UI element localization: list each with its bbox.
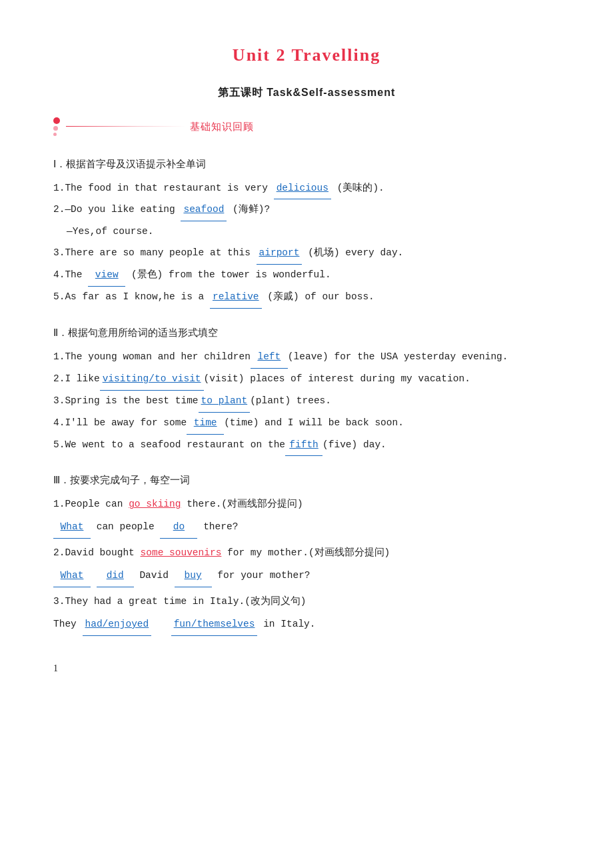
page-title: Unit 2 Travelling <box>53 40 560 71</box>
question-13a: 3.They had a great time in Italy.(改为同义句) <box>53 591 560 613</box>
banner-text: 基础知识回顾 <box>190 117 254 135</box>
banner-line <box>66 126 186 127</box>
section-II-title: Ⅱ．根据句意用所给词的适当形式填空 <box>53 323 560 341</box>
subtitle: 第五课时 Task&Self-assessment <box>53 83 560 103</box>
question-11a: 1.People can go skiing there.(对画线部分提问) <box>53 494 560 515</box>
question-12a: 2.David bought some souvenirs for my mot… <box>53 543 560 564</box>
question-6: 1.The young woman and her childrenleft(l… <box>53 347 560 369</box>
question-4: 4.The view (景色) from the tower is wonder… <box>53 265 560 287</box>
question-12b: What did David buy for your mother? <box>53 565 560 587</box>
banner-dots <box>53 117 60 136</box>
question-10: 5.We went to a seafood restaurant on the… <box>53 435 560 457</box>
section-banner: 基础知识回顾 <box>53 117 560 136</box>
question-8: 3.Spring is the best timeto plant(plant)… <box>53 391 560 413</box>
page-number: 1 <box>53 660 560 677</box>
question-7: 2.I likevisiting/to visit(visit) places … <box>53 369 560 391</box>
dot-tiny <box>53 133 57 136</box>
question-13b: They had/enjoyed fun/themselves in Italy… <box>53 614 560 636</box>
question-5: 5.As far as I know,he is a relative (亲戚)… <box>53 287 560 309</box>
question-11b: What can people do there? <box>53 517 560 539</box>
section-III-title: Ⅲ．按要求完成句子，每空一词 <box>53 471 560 489</box>
dot-small <box>53 126 58 131</box>
question-1: 1.The food in that restaurant is very de… <box>53 178 560 200</box>
dot-big <box>53 117 60 124</box>
section-I-title: Ⅰ．根据首字母及汉语提示补全单词 <box>53 155 560 173</box>
question-2b: —Yes,of course. <box>67 221 560 243</box>
question-9: 4.I'll be away for sometime(time) and I … <box>53 413 560 435</box>
question-3: 3.There are so many people at this airpo… <box>53 243 560 265</box>
question-2a: 2.—Do you like eating seafood (海鲜)? <box>53 199 560 221</box>
